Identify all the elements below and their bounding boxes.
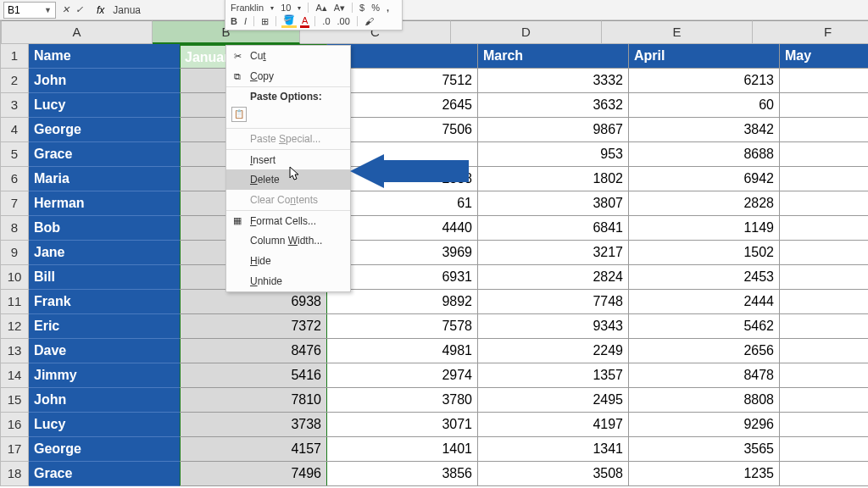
row-head[interactable]: 6 bbox=[0, 167, 29, 191]
data-cell[interactable]: 1235 bbox=[629, 462, 780, 486]
data-cell[interactable]: 1357 bbox=[478, 363, 629, 388]
data-cell[interactable]: 7372 bbox=[180, 314, 327, 339]
data-cell[interactable]: 2824 bbox=[478, 265, 629, 290]
data-cell[interactable]: 1802 bbox=[478, 167, 629, 191]
decrease-font-icon[interactable]: A▾ bbox=[332, 3, 347, 14]
menu-format-cells[interactable]: ▦ Format Cells... bbox=[226, 210, 350, 230]
row-head[interactable]: 4 bbox=[0, 118, 29, 142]
italic-button[interactable]: I bbox=[242, 16, 248, 26]
paste-icon[interactable]: 📋 bbox=[231, 107, 247, 122]
row-head[interactable]: 7 bbox=[0, 191, 29, 216]
row-head[interactable]: 14 bbox=[0, 363, 29, 388]
data-cell[interactable]: 1341 bbox=[478, 437, 629, 462]
data-cell[interactable]: 1767 bbox=[780, 93, 868, 118]
name-cell[interactable]: Jimmy bbox=[29, 363, 180, 388]
data-cell[interactable]: 9892 bbox=[327, 290, 478, 314]
data-cell[interactable]: 3738 bbox=[180, 413, 327, 437]
data-cell[interactable]: 1149 bbox=[629, 216, 780, 241]
data-cell[interactable]: 2656 bbox=[629, 339, 780, 363]
data-cell[interactable]: 2828 bbox=[629, 191, 780, 216]
row-head[interactable]: 11 bbox=[0, 290, 29, 314]
data-cell[interactable]: 3856 bbox=[327, 462, 478, 486]
header-cell[interactable]: April bbox=[629, 44, 780, 69]
menu-clear-contents[interactable]: Clear Contents bbox=[226, 190, 350, 210]
data-cell[interactable]: 3780 bbox=[327, 388, 478, 413]
accept-icon[interactable]: ✓ bbox=[73, 4, 85, 16]
data-cell[interactable]: 8808 bbox=[629, 388, 780, 413]
data-cell[interactable]: 6938 bbox=[180, 290, 327, 314]
col-head-a[interactable]: A bbox=[2, 20, 153, 44]
col-head-d[interactable]: D bbox=[451, 20, 602, 44]
data-cell[interactable]: 1502 bbox=[629, 241, 780, 265]
name-cell[interactable]: John bbox=[29, 388, 180, 413]
font-size[interactable]: 10 bbox=[279, 3, 292, 13]
data-cell[interactable]: 1401 bbox=[327, 437, 478, 462]
name-cell[interactable]: Dave bbox=[29, 339, 180, 363]
data-cell[interactable]: 3518 bbox=[780, 462, 868, 486]
menu-column-width[interactable]: Column Width... bbox=[226, 230, 350, 251]
row-head[interactable]: 17 bbox=[0, 437, 29, 462]
data-cell[interactable]: 9455 bbox=[780, 265, 868, 290]
format-painter-icon[interactable]: 🖌 bbox=[363, 16, 376, 26]
border-icon[interactable]: ⊞ bbox=[259, 16, 270, 27]
data-cell[interactable]: 6942 bbox=[629, 167, 780, 191]
data-cell[interactable]: 7748 bbox=[478, 290, 629, 314]
row-head[interactable]: 18 bbox=[0, 462, 29, 486]
row-head[interactable]: 3 bbox=[0, 93, 29, 118]
data-cell[interactable]: 3842 bbox=[629, 118, 780, 142]
data-cell[interactable]: 760 bbox=[780, 363, 868, 388]
name-cell[interactable]: Grace bbox=[29, 462, 180, 486]
menu-cut[interactable]: ✂ Cut bbox=[226, 46, 350, 66]
data-cell[interactable]: 3332 bbox=[478, 69, 629, 93]
data-cell[interactable]: 6213 bbox=[629, 69, 780, 93]
name-cell[interactable]: Frank bbox=[29, 290, 180, 314]
header-cell[interactable]: March bbox=[478, 44, 629, 69]
data-cell[interactable]: 8688 bbox=[629, 142, 780, 167]
name-cell[interactable]: Jane bbox=[29, 241, 180, 265]
data-cell[interactable]: 8478 bbox=[629, 363, 780, 388]
data-cell[interactable]: 2444 bbox=[629, 290, 780, 314]
row-head[interactable]: 16 bbox=[0, 413, 29, 437]
row-head[interactable]: 2 bbox=[0, 69, 29, 93]
name-cell[interactable]: Eric bbox=[29, 314, 180, 339]
formula-input[interactable]: Janua bbox=[109, 4, 868, 16]
row-head[interactable]: 1 bbox=[0, 44, 29, 69]
fill-color-icon[interactable]: 🪣 bbox=[281, 14, 297, 28]
increase-font-icon[interactable]: A▴ bbox=[314, 3, 328, 14]
menu-copy[interactable]: ⧉ Copy bbox=[226, 66, 350, 86]
name-cell[interactable]: Lucy bbox=[29, 413, 180, 437]
name-cell[interactable]: Lucy bbox=[29, 93, 180, 118]
data-cell[interactable]: 2453 bbox=[629, 265, 780, 290]
data-cell[interactable]: 7578 bbox=[327, 314, 478, 339]
name-cell[interactable]: Bob bbox=[29, 216, 180, 241]
data-cell[interactable]: 60 bbox=[629, 93, 780, 118]
data-cell[interactable]: 4815 bbox=[780, 413, 868, 437]
data-cell[interactable]: 3071 bbox=[327, 413, 478, 437]
data-cell[interactable]: 2726 bbox=[780, 314, 868, 339]
data-cell[interactable]: 2495 bbox=[478, 388, 629, 413]
chevron-down-icon[interactable]: ▼ bbox=[44, 6, 52, 14]
data-cell[interactable]: 9458 bbox=[780, 339, 868, 363]
name-cell[interactable]: Maria bbox=[29, 167, 180, 191]
data-cell[interactable]: 9867 bbox=[478, 118, 629, 142]
name-cell[interactable]: George bbox=[29, 118, 180, 142]
data-cell[interactable]: 5416 bbox=[180, 363, 327, 388]
chevron-down-icon[interactable]: ▾ bbox=[269, 4, 275, 12]
col-head-f[interactable]: F bbox=[753, 20, 868, 44]
data-cell[interactable]: 4197 bbox=[478, 413, 629, 437]
data-cell[interactable]: 9296 bbox=[629, 413, 780, 437]
header-cell[interactable]: Name bbox=[29, 44, 180, 69]
increase-decimal-icon[interactable]: .00 bbox=[336, 16, 352, 26]
data-cell[interactable]: 9343 bbox=[478, 314, 629, 339]
row-head[interactable]: 15 bbox=[0, 388, 29, 413]
data-cell[interactable]: 3565 bbox=[629, 437, 780, 462]
data-cell[interactable]: 3508 bbox=[478, 462, 629, 486]
fx-icon[interactable]: fx bbox=[97, 4, 104, 16]
menu-delete[interactable]: Delete bbox=[226, 169, 350, 190]
data-cell[interactable]: 3516 bbox=[780, 437, 868, 462]
data-cell[interactable]: 3632 bbox=[478, 93, 629, 118]
row-head[interactable]: 13 bbox=[0, 339, 29, 363]
comma-icon[interactable]: , bbox=[385, 3, 391, 13]
row-head[interactable]: 12 bbox=[0, 314, 29, 339]
data-cell[interactable]: 8710 bbox=[780, 167, 868, 191]
